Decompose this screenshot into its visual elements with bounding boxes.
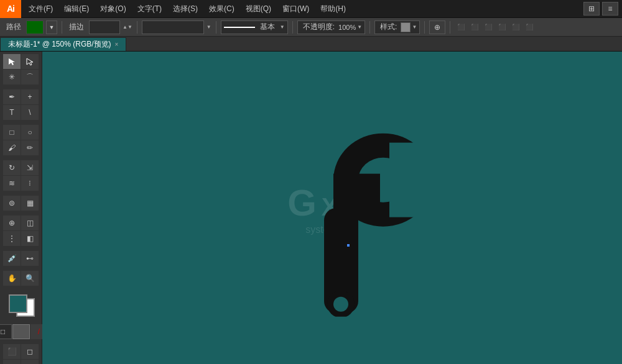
column-graph-btn[interactable]: ▦ <box>21 196 39 211</box>
measure-btn[interactable]: ⊷ <box>21 251 39 266</box>
shape-tools: □ ○ <box>3 125 39 140</box>
screen-mode-btns: ⬛ ◻ <box>3 344 39 359</box>
blend-tools: ⊚ ▦ <box>3 196 39 211</box>
stroke-style-preview[interactable]: 基本 ▼ <box>221 20 288 34</box>
stroke-style-label: 基本 <box>258 22 277 32</box>
screen-mode-btn[interactable]: ⬛ <box>3 344 21 359</box>
selection-tool-btn[interactable] <box>3 54 21 69</box>
reduce-btn[interactable]: ⊖ <box>21 360 39 364</box>
menu-window[interactable]: 窗口(W) <box>277 1 314 17</box>
menu-edit[interactable]: 编辑(E) <box>59 1 94 17</box>
fill-options[interactable]: ▼ <box>46 20 57 34</box>
svg-rect-8 <box>333 173 380 217</box>
stroke-width-input[interactable] <box>89 20 120 34</box>
menu-view[interactable]: 视图(Q) <box>241 1 276 17</box>
mesh-btn[interactable]: ⋮ <box>3 231 21 246</box>
align-right-btn[interactable]: ⬛ <box>482 21 494 34</box>
zoom-tool-btn[interactable]: 🔍 <box>21 271 39 286</box>
ellipse-tool-btn[interactable]: ○ <box>21 125 39 140</box>
separator-4 <box>292 21 293 34</box>
lasso-tools: ✳ ⌒ <box>3 70 39 84</box>
tab-bar: 未标题-1* @ 150% (RGB/预览) × <box>0 37 622 52</box>
warp-tools: ≋ ⁝ <box>3 176 39 191</box>
mesh-tools: ⋮ ◧ <box>3 231 39 246</box>
variable-width-input[interactable] <box>142 20 204 34</box>
variable-width-arrow[interactable]: ▼ <box>207 24 211 30</box>
stroke-style-arrow[interactable]: ▼ <box>280 24 285 30</box>
screen-bottom-btns: ⊕ ⊖ <box>3 360 39 364</box>
magic-wand-btn[interactable]: ✳ <box>3 70 21 84</box>
rotate-tools: ↻ ⇲ <box>3 160 39 175</box>
quick-mask-btn[interactable] <box>12 324 30 339</box>
align-center-btn[interactable]: ⬛ <box>468 21 481 34</box>
title-bar: Ai 文件(F) 编辑(E) 对象(O) 文字(T) 选择(S) 效果(C) 视… <box>0 0 622 18</box>
style-control[interactable]: 样式: ▼ <box>374 20 420 34</box>
width-btn[interactable]: ⁝ <box>21 176 39 191</box>
menu-select[interactable]: 选择(S) <box>168 1 203 17</box>
align-top-btn[interactable]: ⬛ <box>496 21 508 34</box>
style-swatch <box>401 22 411 32</box>
brush-tools: 🖌 ✏ <box>3 140 39 155</box>
selection-tools <box>3 54 39 69</box>
left-toolbar: ✳ ⌒ ✒ + T \ □ ○ 🖌 ✏ ↻ ⇲ ≋ ⁝ <box>0 52 42 364</box>
symbol-sprayer-btn[interactable]: ⊕ <box>3 216 21 230</box>
pen-tools: ✒ + <box>3 89 39 104</box>
mode-btns: □ / <box>0 324 48 339</box>
menu-help[interactable]: 帮助(H) <box>315 1 351 17</box>
align-tools: ⬛ ⬛ ⬛ ⬛ ⬛ ⬛ <box>455 21 536 34</box>
foreground-color-swatch[interactable] <box>9 294 27 313</box>
menu-object[interactable]: 对象(O) <box>95 1 131 17</box>
svg-marker-0 <box>9 58 15 65</box>
magnify-btn[interactable]: ⊕ <box>3 360 21 364</box>
wrench-illustration <box>274 117 448 318</box>
svg-point-7 <box>333 296 348 311</box>
workspace-btn[interactable]: ⊞ <box>583 2 600 16</box>
globe-icon-btn[interactable]: ⊕ <box>429 20 445 34</box>
fg-bg-swatches <box>7 293 35 317</box>
separator-3 <box>216 21 216 34</box>
rect-tool-btn[interactable]: □ <box>3 125 21 140</box>
pen-tool-btn[interactable]: ✒ <box>3 89 21 104</box>
color-swatches <box>7 293 35 319</box>
opacity-value[interactable]: 100% <box>338 24 356 31</box>
opacity-control[interactable]: 不透明度: 100% ▼ <box>297 20 365 34</box>
align-left-btn[interactable]: ⬛ <box>455 21 467 34</box>
menu-type[interactable]: 文字(T) <box>132 1 167 17</box>
scale-tool-btn[interactable]: ⇲ <box>21 160 39 175</box>
menu-file[interactable]: 文件(F) <box>24 1 58 17</box>
line-tool-btn[interactable]: \ <box>21 105 39 120</box>
arrange-btn[interactable]: ≡ <box>602 2 618 16</box>
stroke-width-arrow[interactable]: ▲▼ <box>123 24 132 30</box>
style-arrow[interactable]: ▼ <box>412 24 417 30</box>
canvas-area[interactable]: G XI | 网 system.com <box>42 52 622 364</box>
warp-btn[interactable]: ≋ <box>3 176 21 191</box>
pencil-btn[interactable]: ✏ <box>21 140 39 155</box>
menu-effect[interactable]: 效果(C) <box>204 1 239 17</box>
blend-tool-btn[interactable]: ⊚ <box>3 196 21 211</box>
screen-mode2-btn[interactable]: ◻ <box>21 344 39 359</box>
separator-6 <box>424 21 425 34</box>
hand-tool-btn[interactable]: ✋ <box>3 271 21 286</box>
artboard-tools: ⊕ ◫ <box>3 216 39 230</box>
separator-5 <box>369 21 370 34</box>
type-tool-btn[interactable]: T <box>3 105 21 120</box>
document-tab[interactable]: 未标题-1* @ 150% (RGB/预览) × <box>0 37 126 51</box>
type-tools: T \ <box>3 105 39 120</box>
perspective-btn[interactable]: ◫ <box>21 216 39 230</box>
normal-mode-btn[interactable]: □ <box>0 324 12 339</box>
eyedropper-tools: 💉 ⊷ <box>3 251 39 266</box>
gradient-btn[interactable]: ◧ <box>21 231 39 246</box>
eyedropper-btn[interactable]: 💉 <box>3 251 21 266</box>
style-label: 样式: <box>378 22 399 32</box>
fill-color-swatch[interactable] <box>26 20 44 34</box>
rotate-tool-btn[interactable]: ↻ <box>3 160 21 175</box>
stroke-line <box>224 27 255 28</box>
direct-selection-tool-btn[interactable] <box>21 54 39 69</box>
paintbrush-btn[interactable]: 🖌 <box>3 140 21 155</box>
tab-close-btn[interactable]: × <box>115 41 119 48</box>
opacity-arrow[interactable]: ▼ <box>357 24 362 30</box>
lasso-btn[interactable]: ⌒ <box>21 70 39 84</box>
align-middle-btn[interactable]: ⬛ <box>509 21 522 34</box>
add-anchor-btn[interactable]: + <box>21 89 39 104</box>
align-bottom-btn[interactable]: ⬛ <box>523 21 536 34</box>
